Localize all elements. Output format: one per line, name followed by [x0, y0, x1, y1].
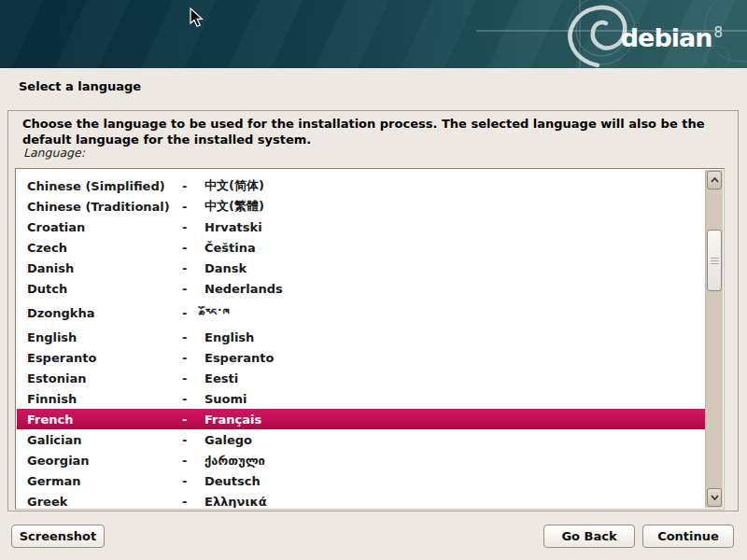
language-separator: -: [182, 371, 204, 385]
language-native-name: English: [204, 330, 705, 344]
language-native-name: ქართული: [204, 454, 705, 468]
scrollbar-thumb[interactable]: [707, 230, 722, 291]
language-row[interactable]: Esperanto - Esperanto: [17, 347, 705, 368]
language-name: French: [27, 413, 182, 427]
chevron-up-icon: [711, 177, 719, 183]
language-list-rows: Chinese (Simplified) - 中文(简体) Chinese (T…: [17, 170, 705, 508]
language-name: Danish: [27, 261, 182, 275]
language-row[interactable]: Greek - Ελληνικά: [17, 491, 705, 508]
scroll-down-button[interactable]: [707, 488, 722, 507]
debian-logo-text: debian8: [621, 19, 723, 52]
language-name: Chinese (Simplified): [27, 179, 182, 193]
language-native-name: Eesti: [204, 371, 705, 385]
header-banner: debian8: [0, 0, 747, 68]
language-separator: -: [182, 179, 204, 193]
scroll-up-button[interactable]: [707, 171, 722, 189]
language-name: Galician: [27, 433, 182, 447]
language-separator: -: [182, 282, 204, 296]
language-row[interactable]: Czech - Čeština: [17, 237, 705, 258]
continue-button[interactable]: Continue: [642, 525, 734, 548]
language-row[interactable]: Finnish - Suomi: [17, 388, 705, 409]
language-row[interactable]: Croatian - Hrvatski: [17, 217, 705, 237]
instruction-text: Choose the language to be used for the i…: [22, 117, 721, 147]
language-native-name: Français: [204, 413, 705, 427]
language-row[interactable]: Estonian - Eesti: [17, 368, 705, 388]
language-native-name: 中文(繁體): [204, 198, 705, 215]
thumb-grip: [711, 263, 719, 264]
language-native-name: Dansk: [204, 261, 705, 275]
scrollbar[interactable]: [705, 170, 723, 508]
language-row[interactable]: Dutch - Nederlands: [17, 278, 705, 299]
language-separator: -: [182, 220, 204, 234]
language-name: Czech: [27, 241, 182, 255]
language-separator: -: [182, 261, 204, 275]
language-row[interactable]: English - English: [17, 327, 705, 347]
language-name: Croatian: [27, 220, 182, 234]
language-name: German: [27, 474, 182, 488]
language-row[interactable]: Danish - Dansk: [17, 258, 705, 278]
debian-swirl-logo: [571, 7, 626, 65]
mouse-cursor: [190, 7, 204, 28]
language-separator: -: [182, 454, 204, 468]
language-separator: -: [182, 200, 204, 214]
language-row[interactable]: French - Français: [17, 409, 705, 429]
chevron-down-icon: [711, 495, 719, 500]
go-back-button[interactable]: Go Back: [543, 525, 635, 548]
debian-version: 8: [713, 24, 723, 41]
language-separator: -: [182, 413, 204, 427]
screenshot-button[interactable]: Screenshot: [11, 525, 105, 548]
language-separator: -: [182, 392, 204, 406]
language-native-name: རྫོང་ཁ: [204, 306, 705, 320]
language-separator: -: [182, 351, 204, 365]
language-name: Finnish: [27, 392, 182, 406]
language-row[interactable]: German - Deutsch: [17, 470, 705, 491]
language-native-name: 中文(简体): [204, 177, 705, 194]
language-row[interactable]: Chinese (Simplified) - 中文(简体): [17, 175, 705, 196]
language-name: Estonian: [27, 371, 182, 385]
language-separator: -: [182, 474, 204, 488]
language-native-name: Hrvatski: [204, 220, 705, 234]
language-native-name: Nederlands: [204, 282, 705, 296]
language-name: English: [27, 330, 182, 344]
language-native-name: Deutsch: [204, 474, 705, 488]
language-row[interactable]: Georgian - ქართული: [17, 450, 705, 470]
page-title: Select a language: [19, 79, 141, 93]
language-separator: -: [182, 330, 204, 344]
language-native-name: Esperanto: [204, 351, 705, 365]
language-list: Chinese (Simplified) - 中文(简体) Chinese (T…: [15, 168, 725, 510]
language-separator: -: [182, 306, 204, 320]
language-row[interactable]: Galician - Galego: [17, 429, 705, 450]
language-name: Greek: [27, 495, 182, 509]
language-row[interactable]: Dzongkha - རྫོང་ཁ: [17, 299, 705, 327]
language-name: Esperanto: [27, 351, 182, 365]
language-separator: -: [182, 495, 204, 509]
language-native-name: Galego: [204, 433, 705, 447]
language-native-name: Suomi: [204, 392, 705, 406]
language-native-name: Ελληνικά: [204, 495, 705, 509]
language-separator: -: [182, 433, 204, 447]
language-field-label: Language:: [23, 146, 85, 160]
language-name: Chinese (Traditional): [27, 200, 182, 214]
language-name: Dutch: [27, 282, 182, 296]
language-separator: -: [182, 241, 204, 255]
language-row[interactable]: Chinese (Traditional) - 中文(繁體): [17, 196, 705, 217]
language-native-name: Čeština: [204, 241, 705, 255]
language-name: Dzongkha: [27, 306, 182, 320]
thumb-grip: [711, 260, 719, 261]
language-name: Georgian: [27, 454, 182, 468]
thumb-grip: [711, 258, 719, 259]
